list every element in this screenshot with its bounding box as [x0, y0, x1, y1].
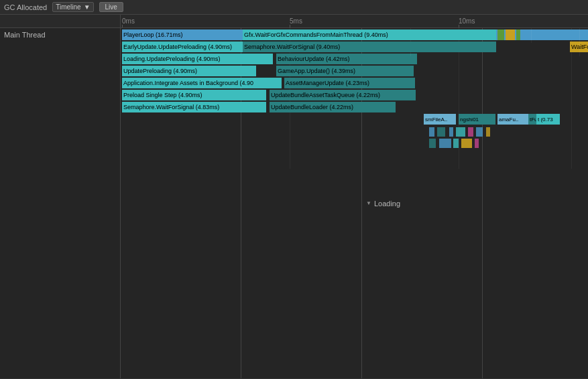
tick-10ms: 10ms: [459, 17, 475, 25]
bar-gameapp[interactable]: GameApp.Update() (4.39ms): [276, 66, 414, 76]
bar-updatebundle-task[interactable]: UpdateBundleAssetTaskQueue (4.22ms): [270, 90, 416, 100]
bar-semaphore-main[interactable]: Semaphore.WaitForSignal (4.83ms): [122, 102, 266, 112]
bar-gfxwait-main[interactable]: Gfx.WaitForGfxCommandsFromMainThread (9.…: [243, 29, 496, 40]
bar-updatebundle-loader[interactable]: UpdateBundleLoader (4.22ms): [270, 102, 396, 112]
bar-amafu[interactable]: amaFu..: [497, 114, 530, 125]
header-bar: GC Allocated Timeline ▼ Live: [0, 0, 588, 15]
bar-integrate[interactable]: Application.Integrate Assets in Backgrou…: [122, 78, 282, 88]
main-thread-row: Main Thread PlayerLoop (16.71ms) EarlyUp…: [0, 28, 121, 379]
bar-t073[interactable]: t (0.73: [536, 114, 560, 125]
loading-expand-icon[interactable]: ▼: [366, 200, 371, 206]
bar-semaphore-render[interactable]: Semaphore.WaitForSignal (9.40ms): [243, 42, 496, 52]
bar-preload-single[interactable]: Preload Single Step (4.90ms): [122, 90, 266, 100]
live-button[interactable]: Live: [99, 2, 123, 12]
bar-smfilea[interactable]: smFileA..: [424, 114, 456, 125]
timeline-ruler: 0ms 5ms 10ms: [0, 15, 588, 28]
async-read-row: AsyncRead Semaphore.WaitForSignal (8.80m…: [483, 28, 588, 379]
ruler-ticks: 0ms 5ms 10ms: [121, 15, 588, 27]
ruler-label-area: [0, 15, 121, 27]
bar-loading-update[interactable]: Loading.UpdatePreloading (4.90ms): [122, 54, 273, 64]
async-read-label: AsyncRead: [483, 28, 588, 378]
timeline-dropdown[interactable]: Timeline ▼: [52, 2, 93, 12]
bar-assetmanager[interactable]: AssetManagerUpdate (4.23ms): [284, 78, 415, 88]
bar-updatepreloading[interactable]: UpdatePreloading (4.90ms): [122, 66, 256, 76]
bar-ngshi[interactable]: ngshi01: [459, 114, 495, 125]
content: Main Thread PlayerLoop (16.71ms) EarlyUp…: [0, 28, 588, 379]
gc-allocated-title: GC Allocated: [4, 3, 47, 11]
main-thread-label: Main Thread: [0, 28, 121, 378]
bar-behaviour[interactable]: BehaviourUpdate (4.42ms): [276, 54, 417, 64]
tick-5ms: 5ms: [290, 17, 302, 25]
tick-0ms: 0ms: [122, 17, 135, 25]
